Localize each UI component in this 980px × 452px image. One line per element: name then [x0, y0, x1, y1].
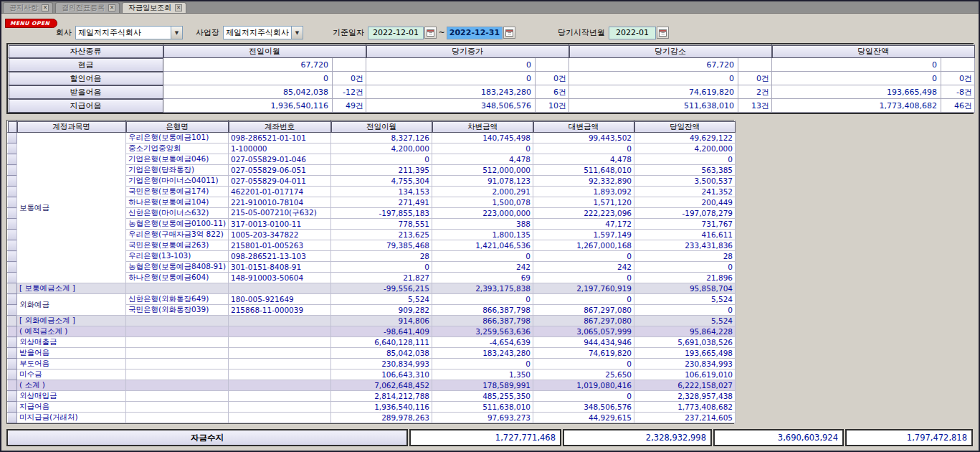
date-from-input[interactable] — [368, 27, 424, 39]
detail-col-header[interactable]: 당일잔액 — [634, 121, 736, 133]
bank-cell: 우리은행(보통예금101) — [126, 133, 229, 143]
credit-cell: 47,172 — [533, 219, 634, 230]
site-select[interactable]: 제일저지주식회사 ▼ — [223, 26, 303, 39]
prev-cell: 8,327,126 — [331, 133, 432, 143]
count-cell: 0건 — [738, 72, 772, 85]
detail-row: 받을어음85,042,038183,243,28074,619,820193,6… — [8, 348, 736, 359]
detail-col-header[interactable]: 계좌번호 — [229, 121, 331, 133]
debit-cell: 4,478 — [432, 154, 533, 165]
count-cell — [738, 58, 772, 72]
row-selector[interactable] — [8, 133, 17, 143]
asset-type-cell: 현금 — [9, 58, 163, 72]
detail-col-header[interactable]: 전일이월 — [331, 121, 432, 133]
credit-cell: 0 — [533, 143, 634, 154]
row-selector[interactable] — [8, 391, 17, 402]
date-range-tilde: ~ — [437, 28, 447, 37]
accno-cell: 027-055829-01-046 — [229, 154, 331, 165]
row-selector[interactable] — [8, 359, 17, 369]
detail-row: ( 예적금소계 )-98,641,4093,259,563,6363,065,0… — [8, 326, 736, 337]
funds-balance-label: 자금수지 — [6, 429, 408, 446]
count-cell: 0건 — [536, 72, 569, 85]
debit-cell: 0 — [432, 143, 533, 154]
bal-cell: 5,524 — [634, 316, 736, 326]
credit-cell: 1,267,000,168 — [533, 240, 634, 251]
chevron-down-icon[interactable]: ▼ — [171, 27, 182, 39]
detail-col-header[interactable]: 계정과목명 — [17, 121, 126, 133]
count-cell: 2건 — [738, 85, 772, 99]
detail-col-header[interactable]: 대변금액 — [533, 121, 634, 133]
bal-cell: 563,385 — [634, 165, 736, 176]
asset-type-cell: 지급어음 — [9, 99, 163, 113]
accno-cell: 027-055829-04-011 — [229, 176, 331, 187]
account-name-cell: 부도어음 — [17, 359, 126, 369]
row-selector[interactable] — [8, 348, 17, 359]
bal-cell: 230,834,993 — [634, 359, 736, 369]
bank-cell: 기업은행(마이너스04011) — [126, 176, 229, 187]
calendar-icon[interactable] — [657, 27, 669, 39]
date-to-input[interactable] — [447, 27, 503, 39]
row-selector[interactable] — [8, 208, 17, 219]
prev-cell: 289,978,263 — [331, 413, 432, 423]
row-selector[interactable] — [8, 369, 17, 380]
bank-cell: 농협은행(보통예금0100-11) — [126, 219, 229, 230]
credit-cell: 242 — [533, 262, 634, 273]
accno-cell: 148-910003-50604 — [229, 273, 331, 283]
bal-cell: -197,078,279 — [634, 208, 736, 219]
row-selector[interactable] — [8, 283, 17, 294]
calendar-icon[interactable] — [503, 27, 515, 39]
row-selector[interactable] — [8, 337, 17, 348]
detail-row: [ 보통예금소계 ]-99,556,2152,393,175,8382,197,… — [8, 283, 736, 294]
amount-cell: 74,619,820 — [569, 85, 738, 99]
detail-col-header[interactable]: 은행명 — [126, 121, 229, 133]
credit-cell: 1,597,149 — [533, 230, 634, 240]
row-selector[interactable] — [8, 143, 17, 154]
row-selector[interactable] — [8, 294, 17, 305]
credit-cell: 1,571,120 — [533, 197, 634, 208]
calendar-icon[interactable] — [424, 27, 437, 39]
row-selector[interactable] — [8, 197, 17, 208]
tab-item-1[interactable]: 결의전표등록× — [55, 2, 120, 13]
debit-cell: 183,243,280 — [432, 348, 533, 359]
chevron-down-icon[interactable]: ▼ — [291, 27, 303, 39]
credit-cell: 0 — [533, 273, 634, 283]
accno-cell: 098-286521-01-101 — [229, 133, 331, 143]
detail-col-header[interactable]: 차변금액 — [432, 121, 533, 133]
row-selector[interactable] — [8, 402, 17, 413]
prev-cell: 4,755,304 — [331, 176, 432, 187]
start-month-label: 당기시작년월 — [515, 27, 609, 38]
credit-cell: 74,619,820 — [533, 348, 634, 359]
row-selector[interactable] — [8, 305, 17, 316]
row-selector[interactable] — [8, 326, 17, 337]
bank-cell — [126, 326, 229, 337]
debit-cell: 3,259,563,636 — [432, 326, 533, 337]
tab-close-icon[interactable]: × — [42, 4, 49, 11]
account-name-cell: 외상매출금 — [17, 337, 126, 348]
row-selector[interactable] — [8, 316, 17, 326]
row-selector[interactable] — [8, 165, 17, 176]
prev-cell: 1,936,540,116 — [331, 402, 432, 413]
accno-cell — [229, 316, 331, 326]
prev-cell: 0 — [331, 154, 432, 165]
row-selector[interactable] — [8, 251, 17, 262]
tab-close-icon[interactable]: × — [108, 4, 115, 11]
accno-cell: 215-05-007210(구632) — [229, 208, 331, 219]
row-selector[interactable] — [8, 187, 17, 197]
company-select[interactable]: 제일저지주식회사 ▼ — [75, 26, 183, 39]
row-selector[interactable] — [8, 240, 17, 251]
amount-cell: 1,936,540,116 — [163, 99, 333, 113]
prev-cell: 0 — [331, 262, 432, 273]
row-selector[interactable] — [8, 273, 17, 283]
tab-bar: 공지사항×결의전표등록×자금일보조회× — [1, 1, 979, 14]
row-selector[interactable] — [8, 176, 17, 187]
row-selector[interactable] — [8, 230, 17, 240]
debit-cell: 0 — [432, 359, 533, 369]
row-selector[interactable] — [8, 413, 17, 423]
row-selector[interactable] — [8, 380, 17, 391]
tab-item-0[interactable]: 공지사항× — [3, 2, 53, 13]
row-selector[interactable] — [8, 262, 17, 273]
row-selector[interactable] — [8, 219, 17, 230]
tab-close-icon[interactable]: × — [175, 4, 182, 11]
start-month-input[interactable] — [609, 27, 656, 39]
tab-item-2[interactable]: 자금일보조회× — [122, 2, 186, 13]
row-selector[interactable] — [8, 154, 17, 165]
